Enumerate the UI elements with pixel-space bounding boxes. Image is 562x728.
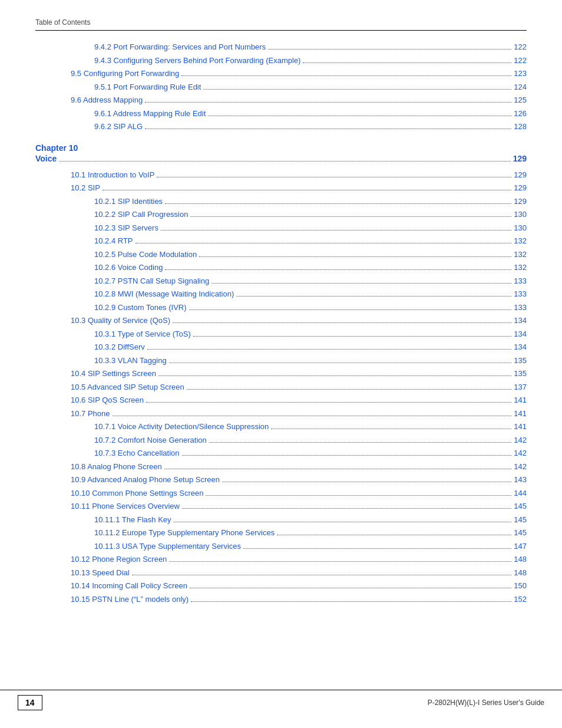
dots: [103, 190, 511, 190]
dots: [187, 389, 512, 390]
chapter-heading: Chapter 10: [35, 143, 527, 153]
page-num: 132: [514, 235, 527, 247]
entry-label[interactable]: 10.11.3 USA Type Supplementary Services: [94, 541, 241, 552]
entry-label[interactable]: 10.2.9 Custom Tones (IVR): [94, 302, 187, 314]
entry-label[interactable]: 10.2.5 Pulse Code Modulation: [94, 249, 197, 261]
entry-label[interactable]: 10.3 Quality of Service (QoS): [71, 315, 170, 327]
page-num: 135: [514, 355, 527, 367]
entry-label[interactable]: 10.11 Phone Services Overview: [71, 500, 180, 512]
entry-label[interactable]: 10.2.7 PSTN Call Setup Signaling: [94, 275, 209, 287]
dots: [208, 116, 511, 116]
toc-entry: 9.5.1 Port Forwarding Rule Edit124: [35, 81, 527, 93]
entry-label[interactable]: 9.6 Address Mapping: [71, 94, 143, 106]
entry-label[interactable]: 9.4.2 Port Forwarding: Services and Port…: [94, 41, 266, 53]
page-num: 141: [514, 394, 527, 406]
chapter-title-label[interactable]: Voice: [35, 154, 57, 163]
toc-entry: 10.11.1 The Flash Key145: [35, 514, 527, 526]
page-num: 124: [514, 81, 527, 93]
toc-entry: 10.7.1 Voice Activity Detection/Silence …: [35, 421, 527, 433]
entry-label[interactable]: 10.7.3 Echo Cancellation: [94, 447, 180, 459]
entry-label[interactable]: 9.4.3 Configuring Servers Behind Port Fo…: [94, 55, 300, 67]
toc-entry: 10.2.9 Custom Tones (IVR)133: [35, 302, 527, 314]
toc-entry: 10.2.1 SIP Identities129: [35, 196, 527, 207]
dots: [209, 442, 512, 443]
entry-label[interactable]: 10.5 Advanced SIP Setup Screen: [71, 381, 184, 393]
entry-label[interactable]: 10.11.2 Europe Type Supplementary Phone …: [94, 527, 275, 539]
entry-label[interactable]: 10.3.1 Type of Service (ToS): [94, 328, 191, 340]
entry-label[interactable]: 10.14 Incoming Call Policy Screen: [71, 580, 187, 592]
page-num: 132: [514, 262, 527, 274]
entry-label[interactable]: 10.2.4 RTP: [94, 235, 133, 247]
toc-entry: 10.11.3 USA Type Supplementary Services1…: [35, 541, 527, 552]
entry-label[interactable]: 10.7.1 Voice Activity Detection/Silence …: [94, 421, 269, 433]
entry-label[interactable]: 10.8 Analog Phone Screen: [71, 461, 162, 473]
dots: [268, 49, 511, 50]
toc-entry: 10.2.4 RTP132: [35, 235, 527, 247]
toc-entry: 10.2.7 PSTN Call Setup Signaling133: [35, 275, 527, 287]
dots: [199, 256, 511, 257]
page-num: 144: [514, 487, 527, 499]
page-num: 152: [514, 594, 527, 605]
dots: [132, 575, 512, 575]
page-num: 122: [514, 41, 527, 53]
page-num: 142: [514, 461, 527, 473]
toc-entry: 10.7.3 Echo Cancellation142: [35, 447, 527, 459]
dots: [243, 548, 511, 549]
entry-label[interactable]: 10.11.1 The Flash Key: [94, 514, 171, 526]
toc-entry: 9.6 Address Mapping125: [35, 94, 527, 106]
dots: [174, 522, 512, 522]
entry-label[interactable]: 10.7.2 Comfort Noise Generation: [94, 434, 207, 446]
dots: [158, 375, 511, 376]
page-num: 123: [514, 68, 527, 80]
toc-entry: 10.11 Phone Services Overview145: [35, 500, 527, 512]
entry-label[interactable]: 10.3.3 VLAN Tagging: [94, 355, 167, 367]
entry-label[interactable]: 10.2.2 SIP Call Progression: [94, 209, 188, 220]
entry-label[interactable]: 9.6.2 SIP ALG: [94, 121, 143, 133]
page-num: 148: [514, 554, 527, 565]
toc-entry: 10.14 Incoming Call Policy Screen150: [35, 580, 527, 592]
chapter-title-dots: [59, 161, 510, 162]
entry-label[interactable]: 10.2.1 SIP Identities: [94, 196, 163, 207]
entry-label[interactable]: 10.2.6 Voice Coding: [94, 262, 163, 274]
entry-label[interactable]: 9.5.1 Port Forwarding Rule Edit: [94, 81, 201, 93]
entry-label[interactable]: 10.13 Speed Dial: [71, 567, 130, 579]
page-num: 134: [514, 315, 527, 327]
dots: [161, 230, 511, 230]
entry-label[interactable]: 10.2 SIP: [71, 182, 100, 194]
entry-label[interactable]: 9.6.1 Address Mapping Rule Edit: [94, 108, 206, 120]
dots: [135, 243, 512, 243]
entry-label[interactable]: 9.5 Configuring Port Forwarding: [71, 68, 179, 80]
toc-entry: 9.4.3 Configuring Servers Behind Port Fo…: [35, 55, 527, 67]
page-num: 137: [514, 381, 527, 393]
entry-label[interactable]: 10.9 Advanced Analog Phone Setup Screen: [71, 474, 220, 486]
page-num: 134: [514, 328, 527, 340]
page-num: 145: [514, 527, 527, 539]
entry-label[interactable]: 10.10 Common Phone Settings Screen: [71, 487, 203, 499]
entry-label[interactable]: 10.4 SIP Settings Screen: [71, 368, 156, 380]
entry-label[interactable]: 10.15 PSTN Line (“L” models only): [71, 594, 189, 605]
toc-entry: 10.4 SIP Settings Screen135: [35, 368, 527, 380]
toc-entry: 10.3 Quality of Service (QoS)134: [35, 315, 527, 327]
page-num: 145: [514, 514, 527, 526]
dots: [157, 177, 511, 177]
dots: [182, 508, 511, 509]
entry-label[interactable]: 10.6 SIP QoS Screen: [71, 394, 144, 406]
entry-label[interactable]: 10.12 Phone Region Screen: [71, 554, 167, 565]
entry-label[interactable]: 10.1 Introduction to VoIP: [71, 169, 154, 181]
toc-entry: 10.15 PSTN Line (“L” models only)152: [35, 594, 527, 605]
entry-label[interactable]: 10.7 Phone: [71, 408, 110, 420]
toc-entry: 10.2 SIP129: [35, 182, 527, 194]
dots: [189, 309, 512, 310]
page-num: 122: [514, 55, 527, 67]
chapter-title-entry: Voice 129: [35, 154, 527, 163]
page-num: 126: [514, 108, 527, 120]
entry-label[interactable]: 10.3.2 DiffServ: [94, 341, 145, 353]
header-line: Table of Contents: [35, 18, 527, 31]
page-num: 133: [514, 275, 527, 287]
toc-entry: 10.2.2 SIP Call Progression130: [35, 209, 527, 220]
dots: [165, 269, 511, 270]
dots: [173, 322, 511, 323]
entry-label[interactable]: 10.2.3 SIP Servers: [94, 222, 158, 234]
dots: [145, 102, 511, 103]
entry-label[interactable]: 10.2.8 MWI (Message Waiting Indication): [94, 288, 234, 300]
